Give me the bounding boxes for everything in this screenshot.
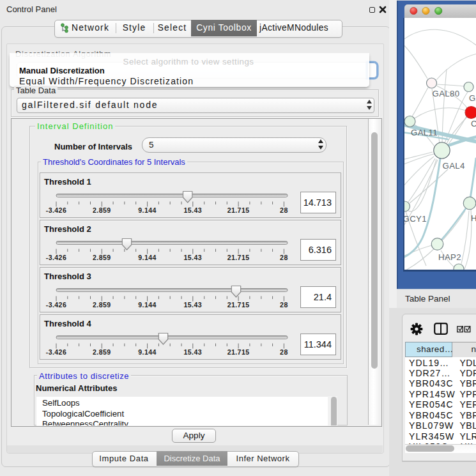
svg-text:21.715: 21.715	[227, 206, 250, 214]
svg-text:15.43: 15.43	[184, 301, 203, 309]
svg-text:9.144: 9.144	[138, 301, 157, 309]
svg-text:2.859: 2.859	[93, 301, 111, 309]
svg-text:GAL4: GAL4	[442, 161, 464, 171]
svg-text:GA: GA	[469, 93, 476, 103]
svg-text:2.859: 2.859	[93, 254, 111, 261]
svg-text:28: 28	[280, 301, 288, 309]
svg-text:9.144: 9.144	[138, 206, 157, 214]
svg-text:2.859: 2.859	[93, 348, 111, 356]
svg-text:GAL80: GAL80	[432, 89, 459, 98]
svg-text:-3.426: -3.426	[46, 348, 66, 356]
svg-text:C: C	[471, 119, 476, 128]
svg-text:-3.426: -3.426	[46, 254, 66, 261]
svg-text:HAP2: HAP2	[438, 252, 461, 262]
svg-text:-3.426: -3.426	[46, 301, 66, 309]
svg-text:15.43: 15.43	[184, 348, 203, 356]
svg-text:-3.426: -3.426	[46, 206, 66, 214]
svg-text:15.43: 15.43	[184, 206, 203, 214]
svg-text:9.144: 9.144	[138, 254, 157, 261]
svg-text:21.715: 21.715	[227, 348, 250, 356]
svg-text:H: H	[471, 213, 476, 223]
svg-text:GCY1: GCY1	[404, 214, 427, 224]
svg-text:9.144: 9.144	[138, 348, 157, 356]
svg-text:28: 28	[280, 254, 288, 261]
svg-text:2.859: 2.859	[93, 206, 111, 214]
svg-text:28: 28	[280, 348, 288, 356]
svg-text:28: 28	[280, 206, 288, 214]
svg-text:21.715: 21.715	[227, 254, 250, 261]
svg-text:15.43: 15.43	[184, 254, 203, 261]
svg-text:21.715: 21.715	[227, 301, 250, 309]
svg-text:GAL11: GAL11	[411, 128, 438, 137]
